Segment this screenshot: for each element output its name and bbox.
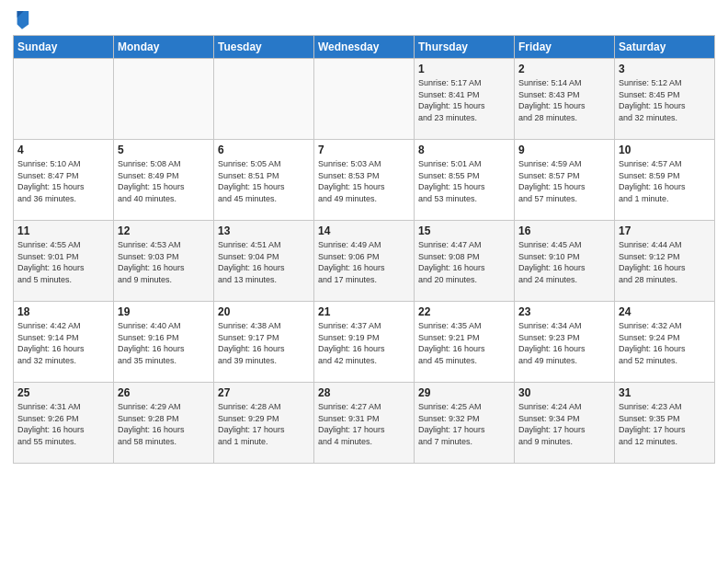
day-detail: Sunrise: 4:34 AM Sunset: 9:23 PM Dayligh… <box>518 320 610 366</box>
day-number: 18 <box>17 304 109 319</box>
weekday-header-friday: Friday <box>515 36 615 59</box>
day-number: 10 <box>619 143 711 157</box>
day-number: 22 <box>418 304 510 319</box>
day-number: 11 <box>17 224 109 238</box>
calendar-cell: 16Sunrise: 4:45 AM Sunset: 9:10 PM Dayli… <box>515 221 615 302</box>
day-detail: Sunrise: 5:10 AM Sunset: 8:47 PM Dayligh… <box>17 158 109 204</box>
calendar-cell <box>14 59 114 140</box>
calendar-cell: 10Sunrise: 4:57 AM Sunset: 8:59 PM Dayli… <box>615 140 715 221</box>
calendar-cell: 27Sunrise: 4:28 AM Sunset: 9:29 PM Dayli… <box>214 383 314 464</box>
weekday-header-saturday: Saturday <box>615 36 715 59</box>
day-number: 31 <box>619 385 711 400</box>
day-number: 13 <box>218 224 310 238</box>
day-number: 3 <box>619 62 711 76</box>
calendar-body: 1Sunrise: 5:17 AM Sunset: 8:41 PM Daylig… <box>14 59 715 464</box>
day-detail: Sunrise: 4:53 AM Sunset: 9:03 PM Dayligh… <box>118 239 210 285</box>
calendar-header: SundayMondayTuesdayWednesdayThursdayFrid… <box>14 36 715 59</box>
day-number: 17 <box>619 224 711 238</box>
day-number: 12 <box>118 224 210 238</box>
day-detail: Sunrise: 5:12 AM Sunset: 8:45 PM Dayligh… <box>619 77 711 123</box>
calendar-cell: 19Sunrise: 4:40 AM Sunset: 9:16 PM Dayli… <box>114 302 214 383</box>
calendar-cell: 2Sunrise: 5:14 AM Sunset: 8:43 PM Daylig… <box>515 59 615 140</box>
week-row-4: 25Sunrise: 4:31 AM Sunset: 9:26 PM Dayli… <box>14 383 715 464</box>
weekday-header-tuesday: Tuesday <box>214 36 314 59</box>
logo-icon <box>14 9 30 29</box>
day-number: 29 <box>418 385 510 400</box>
day-detail: Sunrise: 4:47 AM Sunset: 9:08 PM Dayligh… <box>418 239 510 285</box>
day-detail: Sunrise: 4:51 AM Sunset: 9:04 PM Dayligh… <box>218 239 310 285</box>
day-number: 26 <box>118 385 210 400</box>
day-number: 25 <box>17 385 109 400</box>
day-detail: Sunrise: 4:42 AM Sunset: 9:14 PM Dayligh… <box>17 320 109 366</box>
calendar-cell: 4Sunrise: 5:10 AM Sunset: 8:47 PM Daylig… <box>14 140 114 221</box>
day-detail: Sunrise: 5:08 AM Sunset: 8:49 PM Dayligh… <box>118 158 210 204</box>
day-number: 27 <box>218 385 310 400</box>
calendar-cell: 3Sunrise: 5:12 AM Sunset: 8:45 PM Daylig… <box>615 59 715 140</box>
calendar-cell: 23Sunrise: 4:34 AM Sunset: 9:23 PM Dayli… <box>515 302 615 383</box>
day-number: 15 <box>418 224 510 238</box>
weekday-header-monday: Monday <box>114 36 214 59</box>
day-detail: Sunrise: 4:35 AM Sunset: 9:21 PM Dayligh… <box>418 320 510 366</box>
day-detail: Sunrise: 5:01 AM Sunset: 8:55 PM Dayligh… <box>418 158 510 204</box>
day-number: 14 <box>318 224 410 238</box>
day-detail: Sunrise: 4:27 AM Sunset: 9:31 PM Dayligh… <box>318 401 410 447</box>
week-row-0: 1Sunrise: 5:17 AM Sunset: 8:41 PM Daylig… <box>14 59 715 140</box>
day-detail: Sunrise: 4:57 AM Sunset: 8:59 PM Dayligh… <box>619 158 711 204</box>
day-number: 8 <box>418 143 510 157</box>
calendar-cell: 24Sunrise: 4:32 AM Sunset: 9:24 PM Dayli… <box>615 302 715 383</box>
day-number: 9 <box>518 143 610 157</box>
day-detail: Sunrise: 5:17 AM Sunset: 8:41 PM Dayligh… <box>418 77 510 123</box>
calendar-cell: 30Sunrise: 4:24 AM Sunset: 9:34 PM Dayli… <box>515 383 615 464</box>
day-detail: Sunrise: 4:37 AM Sunset: 9:19 PM Dayligh… <box>318 320 410 366</box>
calendar-cell: 15Sunrise: 4:47 AM Sunset: 9:08 PM Dayli… <box>415 221 515 302</box>
day-detail: Sunrise: 4:45 AM Sunset: 9:10 PM Dayligh… <box>518 239 610 285</box>
day-detail: Sunrise: 5:05 AM Sunset: 8:51 PM Dayligh… <box>218 158 310 204</box>
calendar-cell <box>314 59 415 140</box>
weekday-row: SundayMondayTuesdayWednesdayThursdayFrid… <box>14 36 715 59</box>
calendar-cell: 29Sunrise: 4:25 AM Sunset: 9:32 PM Dayli… <box>415 383 515 464</box>
page: SundayMondayTuesdayWednesdayThursdayFrid… <box>0 0 728 563</box>
day-detail: Sunrise: 4:23 AM Sunset: 9:35 PM Dayligh… <box>619 401 711 447</box>
day-number: 6 <box>218 143 310 157</box>
calendar-cell: 22Sunrise: 4:35 AM Sunset: 9:21 PM Dayli… <box>415 302 515 383</box>
logo <box>13 9 32 29</box>
day-number: 28 <box>318 385 410 400</box>
day-detail: Sunrise: 4:49 AM Sunset: 9:06 PM Dayligh… <box>318 239 410 285</box>
calendar-cell: 28Sunrise: 4:27 AM Sunset: 9:31 PM Dayli… <box>314 383 415 464</box>
day-detail: Sunrise: 4:44 AM Sunset: 9:12 PM Dayligh… <box>619 239 711 285</box>
day-detail: Sunrise: 4:24 AM Sunset: 9:34 PM Dayligh… <box>518 401 610 447</box>
day-detail: Sunrise: 4:28 AM Sunset: 9:29 PM Dayligh… <box>218 401 310 447</box>
day-detail: Sunrise: 4:59 AM Sunset: 8:57 PM Dayligh… <box>518 158 610 204</box>
day-detail: Sunrise: 4:31 AM Sunset: 9:26 PM Dayligh… <box>17 401 109 447</box>
calendar-cell: 9Sunrise: 4:59 AM Sunset: 8:57 PM Daylig… <box>515 140 615 221</box>
calendar-cell <box>114 59 214 140</box>
calendar-cell: 12Sunrise: 4:53 AM Sunset: 9:03 PM Dayli… <box>114 221 214 302</box>
calendar-cell: 13Sunrise: 4:51 AM Sunset: 9:04 PM Dayli… <box>214 221 314 302</box>
day-number: 16 <box>518 224 610 238</box>
day-number: 5 <box>118 143 210 157</box>
day-number: 4 <box>17 143 109 157</box>
day-detail: Sunrise: 4:29 AM Sunset: 9:28 PM Dayligh… <box>118 401 210 447</box>
day-detail: Sunrise: 4:38 AM Sunset: 9:17 PM Dayligh… <box>218 320 310 366</box>
week-row-3: 18Sunrise: 4:42 AM Sunset: 9:14 PM Dayli… <box>14 302 715 383</box>
day-number: 24 <box>619 304 711 319</box>
calendar: SundayMondayTuesdayWednesdayThursdayFrid… <box>13 35 715 464</box>
calendar-cell: 20Sunrise: 4:38 AM Sunset: 9:17 PM Dayli… <box>214 302 314 383</box>
day-detail: Sunrise: 4:25 AM Sunset: 9:32 PM Dayligh… <box>418 401 510 447</box>
calendar-cell: 17Sunrise: 4:44 AM Sunset: 9:12 PM Dayli… <box>615 221 715 302</box>
day-detail: Sunrise: 5:03 AM Sunset: 8:53 PM Dayligh… <box>318 158 410 204</box>
day-detail: Sunrise: 4:55 AM Sunset: 9:01 PM Dayligh… <box>17 239 109 285</box>
day-detail: Sunrise: 4:40 AM Sunset: 9:16 PM Dayligh… <box>118 320 210 366</box>
day-number: 1 <box>418 62 510 76</box>
weekday-header-wednesday: Wednesday <box>314 36 415 59</box>
day-detail: Sunrise: 4:32 AM Sunset: 9:24 PM Dayligh… <box>619 320 711 366</box>
day-detail: Sunrise: 5:14 AM Sunset: 8:43 PM Dayligh… <box>518 77 610 123</box>
calendar-cell: 7Sunrise: 5:03 AM Sunset: 8:53 PM Daylig… <box>314 140 415 221</box>
calendar-cell: 1Sunrise: 5:17 AM Sunset: 8:41 PM Daylig… <box>415 59 515 140</box>
day-number: 19 <box>118 304 210 319</box>
calendar-cell <box>214 59 314 140</box>
day-number: 21 <box>318 304 410 319</box>
day-number: 20 <box>218 304 310 319</box>
calendar-cell: 18Sunrise: 4:42 AM Sunset: 9:14 PM Dayli… <box>14 302 114 383</box>
weekday-header-sunday: Sunday <box>14 36 114 59</box>
